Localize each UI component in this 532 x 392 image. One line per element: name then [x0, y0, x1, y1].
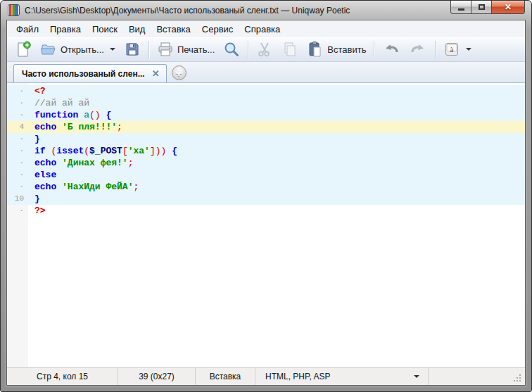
code-text: else — [28, 169, 56, 181]
open-button[interactable]: Открыть... — [37, 39, 119, 60]
code-line-2[interactable]: ·//ай ай ай — [7, 97, 525, 109]
tab-close-icon[interactable]: ✕ — [152, 69, 160, 78]
status-syntax-selector[interactable]: HTML, PHP, ASP — [255, 368, 429, 385]
toolbar-separator — [374, 41, 374, 58]
menu-item-4[interactable]: Вид — [123, 22, 151, 37]
open-button-label: Открыть... — [61, 44, 104, 55]
code-text: //ай ай ай — [28, 97, 89, 109]
copy-button[interactable] — [278, 39, 302, 60]
code-area: ·<?·//ай ай ай·function a() {4echo 'Б пл… — [7, 85, 525, 217]
code-line-8[interactable]: ·else — [7, 169, 525, 181]
paste-button-label: Вставить — [327, 44, 366, 55]
code-text: function a() { — [28, 109, 111, 121]
window-content: ФайлПравкаПоискВидВставкаСервисСправка О… — [6, 20, 526, 386]
code-line-7[interactable]: ·echo 'Динах фея!'; — [7, 157, 525, 169]
code-text: echo 'НахИди ФеЙА'; — [28, 181, 139, 193]
gutter-marker: · — [7, 205, 28, 217]
code-line-11[interactable]: ·?> — [7, 205, 525, 217]
resize-grip[interactable] — [514, 380, 515, 381]
gutter-marker: · — [7, 109, 28, 121]
gutter-marker: · — [7, 181, 28, 193]
app-window: C:\Users\Gish\Desktop\Документы\Часто ис… — [0, 0, 532, 392]
code-line-1[interactable]: ·<? — [7, 85, 525, 97]
menu-item-7[interactable]: Справка — [239, 22, 286, 37]
code-text: ?> — [28, 205, 46, 217]
char-encoding-icon: à — [443, 41, 460, 58]
print-button[interactable]: Печать... — [153, 39, 218, 60]
status-empty-segment — [429, 368, 525, 385]
toolbar-separator — [148, 41, 149, 58]
paste-icon — [307, 41, 324, 58]
new-tab-button[interactable]: + — [172, 65, 186, 80]
code-line-9[interactable]: ·echo 'НахИди ФеЙА'; — [7, 181, 525, 193]
toolbar-separator — [248, 41, 248, 58]
close-button[interactable]: ✕ — [491, 1, 525, 14]
gutter-marker: · — [7, 85, 28, 97]
code-text: } — [28, 133, 40, 145]
maximize-button[interactable] — [471, 1, 491, 14]
save-button[interactable] — [120, 39, 144, 60]
status-insert-mode: Вставка — [196, 368, 255, 385]
copy-icon — [281, 41, 298, 58]
cut-icon — [256, 41, 273, 58]
code-line-4[interactable]: 4echo 'Б пля!!!'; — [7, 121, 525, 133]
svg-text:à: à — [450, 45, 454, 53]
menu-item-2[interactable]: Правка — [44, 22, 87, 37]
redo-button[interactable] — [405, 39, 431, 60]
code-line-3[interactable]: ·function a() { — [7, 109, 525, 121]
undo-button[interactable] — [379, 39, 404, 60]
search-button[interactable] — [220, 39, 243, 60]
char-encoding-button[interactable]: à — [440, 39, 475, 60]
gutter-marker: · — [7, 133, 28, 145]
new-document-button[interactable] — [11, 39, 35, 60]
redo-icon — [409, 41, 427, 58]
gutter-marker: 10 — [7, 193, 28, 205]
print-icon — [157, 41, 174, 58]
print-button-label: Печать... — [177, 44, 215, 55]
menu-item-5[interactable]: Вставка — [151, 22, 196, 37]
search-icon — [223, 41, 240, 58]
menu-item-1[interactable]: Файл — [11, 22, 44, 37]
gutter-marker: · — [7, 145, 28, 157]
tab-document[interactable]: Часто использованый слен... ✕ — [13, 64, 167, 82]
save-icon — [124, 41, 141, 58]
paste-button[interactable]: Вставить — [303, 39, 369, 60]
code-line-6[interactable]: ·if (isset($_POST['ха'])) { — [7, 145, 525, 157]
code-text: } — [28, 193, 40, 205]
tab-label: Часто использованый слен... — [22, 69, 145, 79]
cut-button[interactable] — [253, 39, 277, 60]
char-encoding-dropdown-arrow-icon — [466, 48, 471, 51]
code-line-5[interactable]: ·} — [7, 133, 525, 145]
code-editor[interactable]: ·<?·//ай ай ай·function a() {4echo 'Б пл… — [7, 83, 525, 367]
menu-item-3[interactable]: Поиск — [87, 22, 123, 37]
menu-item-6[interactable]: Сервис — [196, 22, 239, 37]
undo-icon — [382, 41, 400, 58]
maximize-icon — [479, 4, 485, 10]
window-controls: ✕ — [450, 1, 525, 14]
status-syntax-label: HTML, PHP, ASP — [265, 372, 330, 381]
window-title: C:\Users\Gish\Desktop\Документы\Часто ис… — [25, 6, 350, 15]
tab-bar: Часто использованый слен... ✕ + — [7, 62, 525, 83]
new-document-icon — [15, 41, 32, 58]
close-icon: ✕ — [505, 3, 512, 11]
gutter-marker: 4 — [7, 121, 28, 133]
open-folder-icon — [40, 41, 57, 58]
code-line-10[interactable]: 10} — [7, 193, 525, 205]
app-icon — [8, 4, 20, 16]
gutter-marker: · — [7, 169, 28, 181]
status-char-code: 39 (0x27) — [118, 368, 196, 385]
status-bar: Стр 4, кол 15 39 (0x27) Вставка HTML, PH… — [7, 367, 525, 385]
minimize-button[interactable] — [450, 1, 471, 14]
code-text: echo 'Динах фея!'; — [28, 157, 133, 169]
open-dropdown-arrow-icon — [110, 48, 115, 51]
toolbar: Открыть... Печать... Вс — [7, 37, 525, 62]
minimize-icon — [458, 8, 464, 11]
gutter-marker: · — [7, 157, 28, 169]
code-text: <? — [28, 85, 46, 97]
code-text: if (isset($_POST['ха'])) { — [28, 145, 177, 157]
menu-bar: ФайлПравкаПоискВидВставкаСервисСправка — [7, 20, 525, 37]
status-cursor-position: Стр 4, кол 15 — [7, 368, 118, 385]
code-text: echo 'Б пля!!!'; — [28, 121, 122, 133]
toolbar-separator — [435, 41, 436, 58]
gutter-marker: · — [7, 97, 28, 109]
